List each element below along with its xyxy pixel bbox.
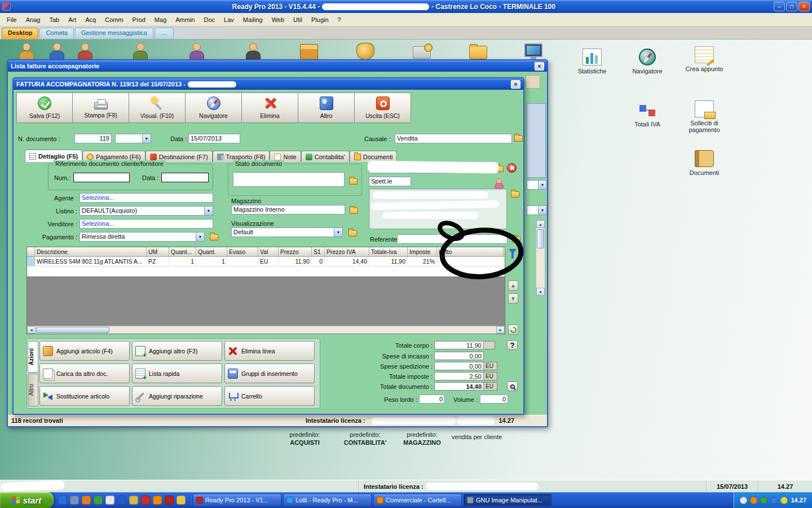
cliente-delete-button[interactable] xyxy=(507,163,517,173)
desktop-icon[interactable]: Navigatore xyxy=(624,49,671,75)
quick-launch-icon[interactable] xyxy=(129,496,138,505)
column-header[interactable]: Imposte xyxy=(408,247,437,256)
box-icon[interactable] xyxy=(300,44,318,60)
taskbar-task-button[interactable]: Lotti - Ready Pro - M... xyxy=(283,494,372,506)
menu-item[interactable]: Ammin xyxy=(171,15,199,25)
indirizzo-box[interactable] xyxy=(369,189,507,229)
tray-icon[interactable] xyxy=(750,497,757,504)
chevron-down-icon[interactable]: ▼ xyxy=(538,206,546,214)
money-icon[interactable] xyxy=(413,46,431,59)
menu-item[interactable]: Util xyxy=(289,15,307,25)
column-header[interactable]: UM xyxy=(147,247,169,256)
column-header[interactable]: Val xyxy=(258,247,279,256)
menu-item[interactable]: ? xyxy=(333,15,346,25)
close-icon[interactable]: × xyxy=(511,80,520,89)
toolbar-button[interactable]: Navigatore xyxy=(186,93,242,123)
table-row[interactable]: WIRELESS 54M 802.11g ATLANTIS A...PZ11EU… xyxy=(27,257,505,266)
scrollbar-thumb[interactable] xyxy=(36,327,109,333)
menu-item[interactable]: Comm xyxy=(100,15,127,25)
person-d-icon[interactable] xyxy=(131,42,149,62)
pagamento-combo[interactable]: Rimessa diretta▼ xyxy=(80,232,205,242)
indirizzo-browse-button[interactable] xyxy=(510,190,520,199)
list-window-titlebar[interactable]: Lista fatture accompagnatorie × xyxy=(8,60,547,72)
person-b-icon[interactable] xyxy=(47,42,65,62)
rif-num-field[interactable] xyxy=(73,173,130,182)
action-button[interactable]: Lista rapida xyxy=(132,364,222,383)
vertical-scrollbar[interactable]: ▲ ▼ xyxy=(536,220,545,296)
tray-icon[interactable] xyxy=(760,497,767,504)
tab-azioni[interactable]: Azioni xyxy=(28,341,38,373)
stato-browse-button[interactable] xyxy=(348,177,358,186)
rif-data-field[interactable] xyxy=(161,173,209,182)
menu-item[interactable]: Acq xyxy=(81,15,100,25)
scroll-left-icon[interactable]: ◄ xyxy=(27,326,36,334)
column-header[interactable]: S1 xyxy=(312,247,325,256)
workspace-tab[interactable]: Cometa xyxy=(39,28,74,39)
column-header[interactable]: Totale-Iva xyxy=(369,247,408,256)
listino-combo[interactable]: DEFAULT(Acquisto)▼ xyxy=(80,206,213,216)
quick-launch-icon[interactable] xyxy=(70,496,79,505)
action-button[interactable]: Sostituzione articolo xyxy=(39,386,130,406)
search-total-button[interactable] xyxy=(507,382,518,391)
desktop-icon[interactable]: Documenti xyxy=(681,150,728,176)
column-header[interactable]: Evaso xyxy=(227,247,258,256)
quick-launch-icon[interactable] xyxy=(176,496,186,505)
row-selector[interactable] xyxy=(27,257,35,266)
monitor-icon[interactable] xyxy=(524,43,542,57)
menu-item[interactable]: Art xyxy=(64,15,81,25)
spettle-field[interactable]: Spett.le xyxy=(369,177,411,186)
column-header[interactable]: Quant... xyxy=(169,247,196,256)
close-button[interactable]: × xyxy=(798,2,810,11)
move-line-down-button[interactable]: ▼ xyxy=(508,294,518,304)
causale-field[interactable]: Vendita xyxy=(395,134,512,143)
causale-browse-button[interactable] xyxy=(513,134,523,143)
person-f-icon[interactable] xyxy=(244,42,262,62)
quick-launch-icon[interactable] xyxy=(58,496,67,505)
menu-item[interactable]: Lav xyxy=(219,15,239,25)
quick-launch-icon[interactable] xyxy=(165,496,174,505)
menu-item[interactable]: File xyxy=(2,15,21,25)
quick-launch-icon[interactable] xyxy=(94,496,103,505)
referente-field[interactable] xyxy=(397,234,508,244)
person-c-icon[interactable] xyxy=(76,42,94,62)
toolbar-button[interactable]: Visual. (F10) xyxy=(129,93,186,123)
quick-launch-icon[interactable] xyxy=(117,496,126,505)
action-button[interactable]: Aggiungi altro (F3) xyxy=(132,341,222,361)
horizontal-scrollbar[interactable]: ◄ ► xyxy=(27,326,505,334)
bag-icon[interactable] xyxy=(356,43,374,60)
tray-icon[interactable] xyxy=(770,497,778,504)
person-a-icon[interactable] xyxy=(17,42,35,62)
documento-suffix-combo[interactable]: ▼ xyxy=(115,134,151,143)
desktop-icon[interactable]: Statistiche xyxy=(568,49,616,75)
tray-clock[interactable]: 14.27 xyxy=(791,497,806,503)
action-button[interactable]: Gruppi di inserimento xyxy=(224,364,315,383)
stato-documento-field[interactable] xyxy=(233,172,345,187)
quick-launch-icon[interactable] xyxy=(153,496,162,505)
action-button[interactable]: Aggiungi articolo (F4) xyxy=(39,341,130,361)
menu-item[interactable]: Plugin xyxy=(307,15,333,25)
toolbar-button[interactable]: Stampa (F9) xyxy=(73,93,129,123)
taskbar-task-button[interactable]: GNU Image Manipulat... xyxy=(464,494,552,506)
menu-item[interactable]: Prod xyxy=(128,15,150,25)
workspace-tab[interactable]: Desktop xyxy=(2,28,38,39)
person-e-icon[interactable] xyxy=(187,42,205,62)
pagamento-browse-button[interactable] xyxy=(209,233,219,242)
minimize-button[interactable]: – xyxy=(774,2,785,11)
start-button[interactable]: start xyxy=(0,492,54,508)
chevron-down-icon[interactable]: ▼ xyxy=(142,134,151,143)
chevron-down-icon[interactable]: ▼ xyxy=(196,233,204,241)
tray-icon[interactable] xyxy=(780,497,788,504)
visualizzazione-combo[interactable]: Default▼ xyxy=(231,227,343,237)
magazzino-browse-button[interactable] xyxy=(348,206,359,215)
menu-item[interactable]: Anag xyxy=(21,15,45,25)
side-combo-1[interactable]: ▼ xyxy=(527,180,547,190)
spese-incasso-field[interactable]: 0,00 xyxy=(434,352,484,360)
menu-item[interactable]: Mailing xyxy=(239,15,267,25)
toolbar-button[interactable]: Uscita (ESC) xyxy=(355,93,411,123)
close-icon[interactable]: × xyxy=(535,62,544,71)
move-line-up-button[interactable]: ▲ xyxy=(508,281,518,291)
maximize-button[interactable]: □ xyxy=(786,2,797,11)
column-header[interactable]: Prezzo xyxy=(279,247,312,256)
data-field[interactable]: 15/07/2013 xyxy=(188,134,240,143)
help-button[interactable]: ? xyxy=(507,340,518,350)
